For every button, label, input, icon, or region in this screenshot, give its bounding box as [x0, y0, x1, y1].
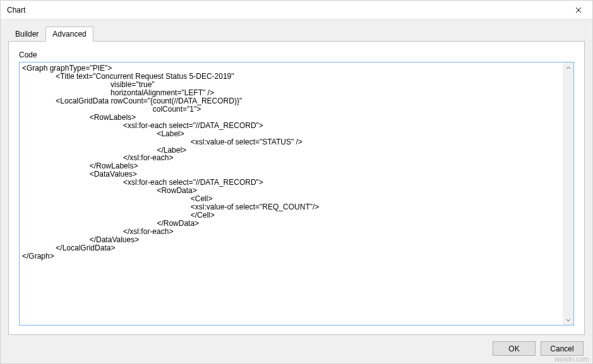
- cancel-button[interactable]: Cancel: [541, 341, 584, 356]
- close-button[interactable]: [564, 1, 592, 20]
- scroll-up-button[interactable]: [563, 62, 573, 73]
- tab-advanced[interactable]: Advanced: [45, 26, 93, 42]
- vertical-scrollbar[interactable]: [563, 62, 573, 325]
- content-area: Builder Advanced Code <Graph graphType="…: [1, 20, 592, 335]
- tab-builder[interactable]: Builder: [8, 26, 45, 41]
- titlebar: Chart: [1, 1, 592, 20]
- tabs-row: Builder Advanced: [8, 26, 585, 41]
- close-icon: [575, 7, 582, 13]
- chart-dialog: Chart Builder Advanced Code <Graph graph…: [0, 0, 593, 364]
- code-box-wrapper: <Graph graphType="PIE"> <Title text="Con…: [19, 62, 574, 326]
- ok-button[interactable]: OK: [493, 341, 536, 356]
- code-label: Code: [19, 50, 574, 59]
- scroll-down-button[interactable]: [563, 314, 573, 325]
- dialog-title: Chart: [7, 6, 25, 15]
- chevron-up-icon: [566, 66, 571, 71]
- advanced-panel: Code <Graph graphType="PIE"> <Title text…: [8, 41, 585, 335]
- button-row: OK Cancel: [1, 335, 592, 363]
- chevron-down-icon: [566, 317, 571, 322]
- code-textarea[interactable]: <Graph graphType="PIE"> <Title text="Con…: [20, 62, 563, 325]
